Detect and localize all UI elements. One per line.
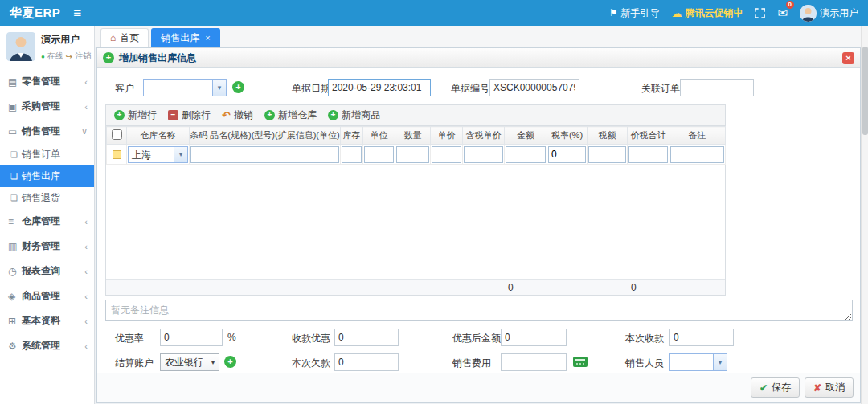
discount-rate-input[interactable] (160, 329, 223, 346)
row-stock-cell (341, 145, 363, 165)
button-label: 新增仓库 (278, 108, 317, 122)
remark-textarea[interactable] (105, 300, 853, 321)
guide-link[interactable]: ⚑ 新手引导 (609, 6, 660, 20)
sidebar-item-warehouse[interactable]: ≡ 仓库管理 ‹ (0, 209, 94, 234)
row-remark-cell (669, 145, 726, 165)
number-label: 单据编号 (451, 82, 489, 96)
row-total-input[interactable] (628, 146, 668, 163)
sidebar-item-retail[interactable]: ▤ 零售管理 ‹ (0, 69, 94, 94)
after-discount-label: 优惠后金额 (452, 332, 501, 345)
sidebar-item-sales-return[interactable]: ❏ 销售退货 (0, 187, 94, 209)
sidebar-item-goods[interactable]: ◈ 商品管理 ‹ (0, 284, 94, 308)
related-order-input[interactable] (680, 79, 754, 96)
promo-label: 腾讯云促销中 (685, 6, 743, 20)
panel-close-button[interactable]: × (842, 52, 854, 64)
retail-icon: ▤ (8, 76, 22, 88)
expense-input[interactable] (501, 353, 567, 371)
warehouse-combobox[interactable]: 上海 ▾ (128, 146, 188, 163)
goods-icon: ◈ (8, 291, 22, 302)
select-all-checkbox[interactable] (112, 129, 122, 140)
sidebar-user-panel: 演示用户 ● 在线 ↪ 注销 (0, 26, 94, 67)
undo-icon: ↶ (222, 110, 231, 120)
sidebar-item-sales[interactable]: ▭ 销售管理 ∨ (0, 119, 94, 144)
menu-label: 采购管理 (22, 100, 60, 113)
sidebar-item-report[interactable]: ◷ 报表查询 ‹ (0, 259, 94, 284)
tab-sales-outbound[interactable]: 销售出库 × (151, 28, 219, 47)
logout-link[interactable]: 注销 (75, 51, 91, 62)
sidebar-item-basic-data[interactable]: ⊞ 基本资料 ‹ (0, 308, 94, 333)
account-select[interactable]: 农业银行 ▾ (160, 353, 219, 371)
row-amount-input[interactable] (506, 146, 546, 163)
row-price-tax-input[interactable] (464, 146, 503, 163)
debt-input[interactable] (334, 353, 399, 371)
panel-header: + 增加销售出库信息 × (97, 48, 860, 68)
button-label: 新增商品 (342, 108, 380, 122)
tab-close-icon[interactable]: × (205, 33, 210, 43)
chevron-down-icon[interactable]: ▾ (174, 147, 187, 162)
chevron-down-icon[interactable]: ▾ (713, 354, 727, 370)
sidebar-menu: ▤ 零售管理 ‹ ▣ 采购管理 ‹ ▭ 销售管理 ∨ ❏ 销售订单 ❏ 销售出库 (0, 69, 94, 358)
hamburger-menu-icon[interactable]: ≡ (73, 6, 81, 20)
online-dot-icon: ● (41, 53, 45, 60)
report-icon: ◷ (8, 266, 22, 277)
sidebar-item-finance[interactable]: ▥ 财务管理 ‹ (0, 234, 94, 259)
row-price-cell (431, 145, 463, 165)
row-checkbox[interactable] (113, 150, 121, 159)
row-price-input[interactable] (432, 146, 461, 163)
scrollbar-thumb[interactable] (862, 47, 868, 135)
user-menu[interactable]: 演示用户 (800, 5, 858, 22)
action-buttons: ✔ 保存 ✘ 取消 (751, 377, 854, 398)
add-warehouse-button[interactable]: + 新增仓库 (260, 107, 321, 124)
page-scrollbar[interactable] (861, 26, 868, 404)
doc-icon: ❏ (10, 150, 18, 159)
add-goods-button[interactable]: + 新增商品 (323, 107, 385, 124)
row-tax-rate-cell (547, 145, 588, 165)
basic-data-icon: ⊞ (8, 316, 22, 327)
mail-button[interactable]: ✉ 0 (777, 6, 788, 20)
delete-row-button[interactable]: − 删除行 (163, 107, 215, 124)
chevron-down-icon[interactable]: ▾ (212, 80, 226, 96)
col-tax-rate: 税率(%) (547, 127, 588, 145)
menu-label: 零售管理 (22, 75, 60, 88)
customer-combobox[interactable]: ▾ (143, 79, 227, 96)
sidebar-item-system[interactable]: ⚙ 系统管理 ‹ (0, 333, 94, 358)
account-form-row: 结算账户 农业银行 ▾ + 本次欠款 销售费用 销售人员 (105, 352, 852, 373)
row-qty-input[interactable] (396, 146, 429, 163)
add-customer-button[interactable]: + (232, 81, 244, 93)
undo-button[interactable]: ↶ 撤销 (217, 107, 258, 124)
date-input[interactable] (328, 79, 431, 96)
number-input[interactable] (489, 79, 579, 96)
expense-calc-button[interactable] (573, 357, 588, 369)
row-tax-input[interactable] (588, 146, 626, 163)
collect-discount-input[interactable] (334, 329, 399, 346)
add-row-button[interactable]: + 新增行 (109, 107, 162, 124)
row-name-input[interactable] (190, 146, 339, 163)
save-button[interactable]: ✔ 保存 (751, 377, 800, 398)
fullscreen-button[interactable] (755, 8, 765, 18)
salesman-label: 销售人员 (625, 357, 664, 370)
row-remark-input[interactable] (670, 146, 724, 163)
row-tax-rate-input[interactable] (548, 146, 586, 163)
row-warehouse-cell: 上海 ▾ (127, 145, 190, 165)
grid-toolbar: + 新增行 − 删除行 ↶ 撤销 + 新增仓库 (105, 104, 726, 125)
sidebar-item-purchase[interactable]: ▣ 采购管理 ‹ (0, 94, 94, 119)
row-unit-input[interactable] (364, 146, 394, 163)
calculator-icon (573, 357, 588, 367)
main-area: ⌂ 首页 销售出库 × + 增加销售出库信息 × 客户 ▾ (95, 26, 868, 404)
col-unit: 单位 (363, 127, 395, 145)
add-account-button[interactable]: + (224, 356, 236, 368)
row-stock-input[interactable] (342, 146, 362, 163)
tencent-promo-link[interactable]: ☁ 腾讯云促销中 (671, 6, 743, 20)
tab-home[interactable]: ⌂ 首页 (100, 28, 149, 47)
sidebar-item-sales-outbound[interactable]: ❏ 销售出库 (0, 165, 94, 187)
total-with-tax: 0 (627, 280, 669, 295)
home-icon: ⌂ (110, 32, 116, 43)
salesman-combobox[interactable]: ▾ (669, 353, 727, 371)
cancel-button[interactable]: ✘ 取消 (805, 377, 854, 398)
sidebar-item-sales-order[interactable]: ❏ 销售订单 (0, 144, 94, 165)
debt-label: 本次欠款 (292, 357, 330, 370)
after-discount-input[interactable] (501, 329, 567, 346)
current-collect-input[interactable] (669, 329, 734, 346)
menu-label: 仓库管理 (22, 214, 60, 228)
button-label: 新增行 (128, 108, 157, 122)
